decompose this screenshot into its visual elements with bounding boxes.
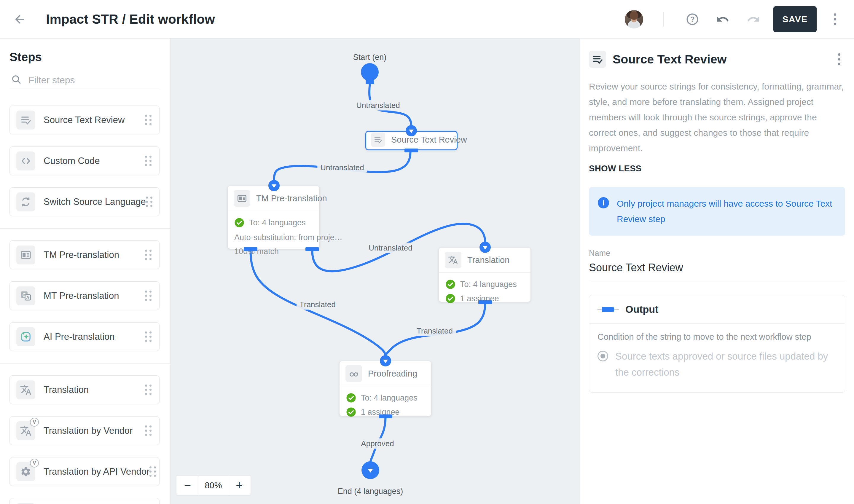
end-node[interactable] [361,461,379,479]
translate-vendor-icon: V [16,421,35,440]
machine-translate-icon: G A [16,286,35,305]
drag-handle[interactable] [145,115,152,125]
check-circle-icon [346,393,356,403]
output-condition-label: Condition of the string to move to the n… [598,332,836,342]
edge-label-translated-2[interactable]: Translated [414,326,456,336]
drag-handle[interactable] [145,290,152,301]
step-card-translation[interactable]: Translation [10,375,160,404]
step-description: Review your source strings for consisten… [589,79,845,156]
search-icon [11,74,22,85]
drag-handle[interactable] [145,331,152,342]
save-button[interactable]: SAVE [773,6,817,32]
node-proofreading[interactable]: Proofreading To: 4 languages 1 assignee [339,361,431,416]
user-avatar[interactable] [625,10,643,29]
step-card-crowdsourcing[interactable]: Crowdsourcing [10,498,160,504]
edge-label-translated-1[interactable]: Translated [297,300,339,310]
edge-arrowhead [380,355,391,366]
check-circle-icon [234,218,244,228]
redo-button[interactable] [747,13,760,26]
step-card-translation-by-vendor[interactable]: V Translation by Vendor [10,416,160,445]
more-options-button[interactable] [829,11,841,28]
step-options-button[interactable] [833,50,845,68]
start-node[interactable] [361,63,379,81]
zoom-out-button[interactable]: − [176,476,199,495]
node-output-port[interactable] [405,148,418,152]
workflow-canvas[interactable]: Start (en) Untranslated Untranslated Unt… [171,38,580,504]
output-condition-radio[interactable] [598,351,608,361]
code-icon [16,151,35,170]
filter-steps-field[interactable] [10,74,160,90]
sync-icon [16,193,35,211]
edge-label-untranslated-3[interactable]: Untranslated [366,243,415,253]
output-card: Output Condition of the string to move t… [589,295,845,393]
drag-handle[interactable] [145,384,152,395]
help-icon: ? [686,13,699,26]
arrow-back-icon [13,13,26,26]
top-bar: Impact STR / Edit workflow ? SAVE [0,0,854,38]
end-node-label: End (4 languages) [338,487,403,496]
drag-handle[interactable] [145,250,152,260]
source-text-review-icon [16,111,35,129]
step-card-mt-pre-translation[interactable]: G A MT Pre-translation [10,281,160,310]
tm-card-icon [234,190,250,206]
check-circle-icon [445,293,456,304]
undo-icon [716,13,729,26]
info-alert: i Only project managers will have access… [589,187,845,236]
step-card-translation-by-api-vendor[interactable]: V Translation by API Vendor [10,457,160,486]
drag-handle[interactable] [145,426,152,436]
steps-list: Source Text Review Custom Code [0,106,170,504]
node-output-port[interactable] [244,247,257,251]
glasses-icon [345,365,362,382]
name-field-value[interactable]: Source Text Review [589,262,845,280]
edge-label-untranslated-1[interactable]: Untranslated [353,100,403,111]
svg-text:A: A [26,295,29,300]
step-card-tm-pre-translation[interactable]: TM Pre-translation [10,240,160,269]
output-condition-option: Source texts approved or source files up… [615,348,836,380]
check-circle-icon [445,279,456,289]
group-divider [0,228,170,229]
vendor-badge: V [30,418,39,427]
page-title: Impact STR / Edit workflow [46,12,215,27]
node-output-port[interactable] [478,300,492,304]
redo-icon [747,13,760,26]
output-connector-icon [598,307,619,312]
node-output-port[interactable] [305,247,319,251]
drag-handle[interactable] [146,197,153,207]
filter-steps-input[interactable] [29,75,160,86]
show-less-link[interactable]: SHOW LESS [589,164,642,174]
node-translation[interactable]: Translation To: 4 languages 1 assignee [439,247,531,302]
kebab-icon [834,13,836,16]
svg-text:?: ? [690,15,694,23]
help-button[interactable]: ? [686,13,699,26]
back-button[interactable] [13,13,26,26]
source-text-review-icon [589,51,606,68]
info-icon: i [598,197,609,209]
step-card-ai-pre-translation[interactable]: AI Pre-translation [10,322,160,351]
zoom-in-button[interactable]: + [228,476,251,495]
drag-handle[interactable] [145,156,152,166]
panel-title: Source Text Review [612,53,833,67]
undo-button[interactable] [716,13,729,26]
edge-label-approved[interactable]: Approved [358,438,397,449]
steps-sidebar: Steps Source Text Review [0,38,171,504]
step-details-panel: Source Text Review Review your source st… [580,38,854,504]
drag-handle[interactable] [149,466,156,477]
zoom-level: 80% [199,476,228,495]
step-card-switch-source-language[interactable]: Switch Source Language [10,187,160,216]
step-card-custom-code[interactable]: Custom Code [10,146,160,175]
node-tm-pre-translation[interactable]: TM Pre-translation To: 4 languages Auto-… [228,185,320,249]
name-field-label: Name [589,249,845,258]
edge-arrowhead [268,180,280,191]
sidebar-title: Steps [10,50,170,64]
vendor-badge: V [30,458,39,468]
step-card-source-text-review[interactable]: Source Text Review [10,106,160,134]
info-alert-text: Only project managers will have access t… [617,196,836,227]
gear-vendor-icon: V [16,462,35,481]
start-node-label: Start (en) [353,53,387,62]
node-output-port[interactable] [379,414,392,418]
edge-arrowhead [480,241,491,253]
divider [663,12,664,27]
source-text-review-icon [371,132,385,147]
translate-icon [445,252,461,268]
edge-label-untranslated-2[interactable]: Untranslated [317,162,367,173]
